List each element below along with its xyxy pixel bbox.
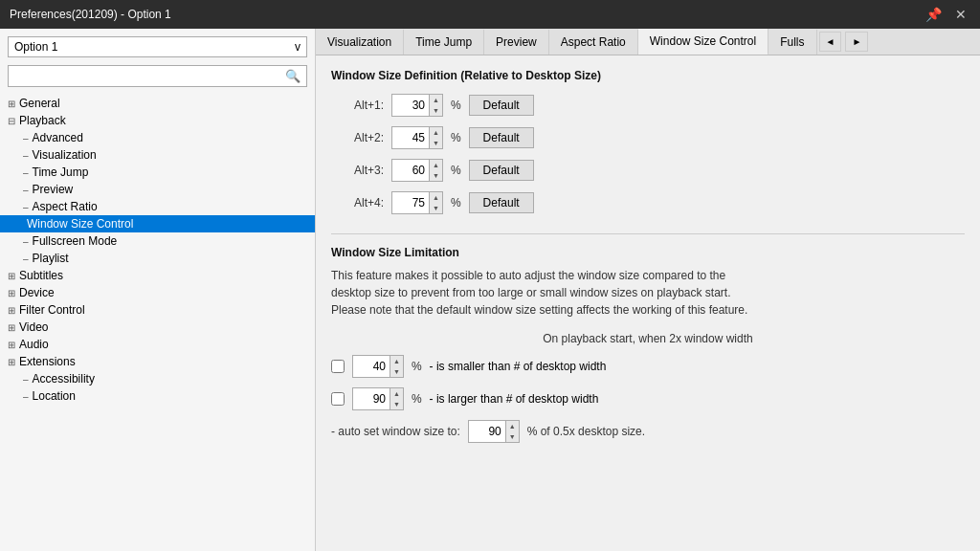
tab-aspect-ratio[interactable]: Aspect Ratio [549,30,638,55]
alt2-spinbox-buttons: ▲ ▼ [429,127,442,148]
alt2-input[interactable] [392,129,429,146]
expand-icon: ⊞ [8,305,15,316]
auto-decrement[interactable]: ▼ [506,431,519,442]
sidebar-item-window-size-control[interactable]: Window Size Control [0,215,315,232]
larger-input[interactable] [353,390,390,408]
alt2-label: Alt+2: [331,131,384,144]
sidebar-item-general[interactable]: ⊞ General [0,95,315,112]
tabs-bar: Visualization Time Jump Preview Aspect R… [316,29,980,55]
alt4-default-button[interactable]: Default [469,192,534,213]
smaller-unit: % [412,360,422,373]
sidebar-item-device[interactable]: ⊞ Device [0,284,315,301]
window-size-definition: Window Size Definition (Relative to Desk… [331,69,965,214]
alt1-increment[interactable]: ▲ [430,95,442,105]
sidebar-item-label: Playback [19,114,66,127]
alt1-default-button[interactable]: Default [469,95,534,116]
tab-visualization[interactable]: Visualization [316,30,404,55]
tree-prefix: – [23,236,29,247]
sidebar-item-advanced[interactable]: – Advanced [0,129,315,146]
sidebar-item-location[interactable]: – Location [0,387,315,405]
sidebar-item-playback[interactable]: ⊟ Playback [0,112,315,129]
search-icon: 🔍 [285,69,301,83]
alt4-input[interactable] [392,194,429,211]
larger-decrement[interactable]: ▼ [390,399,403,409]
alt1-row: Alt+1: ▲ ▼ % Default [331,94,965,117]
option-dropdown[interactable]: Option 1 v [8,36,307,57]
window-title: Preferences(201209) - Option 1 [10,8,171,21]
tree-prefix: – [23,185,29,195]
sidebar-item-label: Video [19,320,48,334]
smaller-checkbox[interactable] [331,360,345,373]
sidebar-item-label: Window Size Control [27,217,133,231]
alt1-input[interactable] [392,97,429,114]
tab-time-jump[interactable]: Time Jump [404,30,484,55]
smaller-input[interactable] [353,358,390,375]
alt4-row: Alt+4: ▲ ▼ % Default [331,191,965,214]
sidebar-item-time-jump[interactable]: – Time Jump [0,164,315,181]
alt2-default-button[interactable]: Default [469,127,534,148]
larger-increment[interactable]: ▲ [390,388,403,399]
alt2-spinbox[interactable]: ▲ ▼ [391,126,443,149]
dropdown-arrow-icon: v [295,40,301,54]
sidebar-item-accessibility[interactable]: – Accessibility [0,370,315,387]
pin-button[interactable]: 📌 [922,7,946,22]
sidebar-item-playlist[interactable]: – Playlist [0,250,315,267]
auto-set-row: - auto set window size to: ▲ ▼ % of 0.5x… [331,420,965,443]
sidebar: Option 1 v 🔍 ⊞ General ⊟ Playback – Ad [0,29,316,551]
sidebar-item-label: Audio [19,338,49,351]
tab-nav-prev[interactable]: ◄ [819,32,842,52]
alt2-increment[interactable]: ▲ [430,127,442,138]
alt2-unit: % [451,131,461,144]
sidebar-item-subtitles[interactable]: ⊞ Subtitles [0,267,315,284]
sidebar-item-aspect-ratio[interactable]: – Aspect Ratio [0,198,315,215]
auto-input[interactable] [469,423,505,440]
auto-spinbox[interactable]: ▲ ▼ [468,420,520,443]
smaller-increment[interactable]: ▲ [390,356,403,366]
sidebar-item-extensions[interactable]: ⊞ Extensions [0,353,315,370]
sidebar-item-fullscreen-mode[interactable]: – Fullscreen Mode [0,232,315,250]
larger-spinbox[interactable]: ▲ ▼ [352,387,404,410]
alt4-label: Alt+4: [331,196,384,209]
tree-prefix: – [23,253,29,264]
expand-icon: ⊞ [8,322,15,333]
sidebar-item-label: Aspect Ratio [33,200,98,213]
smaller-decrement[interactable]: ▼ [390,366,403,377]
alt1-spinbox[interactable]: ▲ ▼ [391,94,443,117]
alt2-decrement[interactable]: ▼ [430,138,442,148]
tab-fullscreen[interactable]: Fulls [768,30,816,55]
alt4-increment[interactable]: ▲ [430,192,442,203]
preferences-window: Preferences(201209) - Option 1 📌 ✕ Optio… [0,0,980,551]
alt3-spinbox[interactable]: ▲ ▼ [391,159,443,182]
sidebar-item-audio[interactable]: ⊞ Audio [0,336,315,353]
alt3-increment[interactable]: ▲ [430,160,442,170]
alt4-spinbox[interactable]: ▲ ▼ [391,191,443,214]
larger-checkbox[interactable] [331,392,345,406]
alt3-spinbox-buttons: ▲ ▼ [429,160,442,181]
sidebar-item-filter-control[interactable]: ⊞ Filter Control [0,301,315,319]
sidebar-item-label: Fullscreen Mode [33,234,118,248]
tab-nav-next[interactable]: ► [845,32,868,52]
alt3-decrement[interactable]: ▼ [430,170,442,181]
auto-increment[interactable]: ▲ [506,421,519,431]
alt3-default-button[interactable]: Default [469,160,534,181]
alt3-unit: % [451,164,461,177]
sidebar-item-label: Subtitles [19,269,63,282]
sidebar-item-label: Filter Control [19,303,85,317]
sidebar-item-video[interactable]: ⊞ Video [0,319,315,336]
search-box[interactable]: 🔍 [8,65,307,87]
sidebar-item-visualization[interactable]: – Visualization [0,146,315,164]
tab-preview[interactable]: Preview [484,30,549,55]
smaller-spinbox[interactable]: ▲ ▼ [352,355,404,378]
sidebar-item-label: Visualization [33,148,97,162]
alt1-decrement[interactable]: ▼ [430,105,442,116]
sidebar-item-preview[interactable]: – Preview [0,181,315,198]
search-input[interactable] [14,70,285,83]
close-button[interactable]: ✕ [951,7,970,22]
tree-prefix: – [23,150,29,161]
sidebar-item-label: Time Jump [33,165,89,179]
alt4-decrement[interactable]: ▼ [430,203,442,213]
expand-icon: ⊞ [8,357,15,367]
tab-window-size-control[interactable]: Window Size Control [638,29,768,55]
alt3-input[interactable] [392,162,429,179]
auto-spinbox-buttons: ▲ ▼ [505,421,519,442]
